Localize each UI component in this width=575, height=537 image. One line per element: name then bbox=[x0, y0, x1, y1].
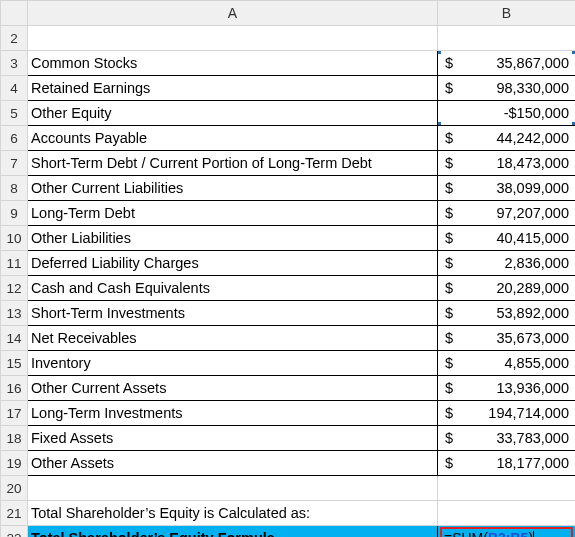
row-header[interactable]: 10 bbox=[1, 226, 28, 251]
cell-A8[interactable]: Other Current Liabilities bbox=[28, 176, 438, 201]
caption-text: Total Shareholder’s Equity is Calculated… bbox=[28, 501, 437, 525]
row-number: 6 bbox=[10, 131, 18, 146]
row-header[interactable]: 19 bbox=[1, 451, 28, 476]
row-number: 5 bbox=[10, 106, 18, 121]
cell-A2[interactable] bbox=[28, 26, 438, 51]
currency-symbol: $ bbox=[444, 330, 453, 346]
currency-symbol: $ bbox=[444, 280, 453, 296]
cell-A16[interactable]: Other Current Assets bbox=[28, 376, 438, 401]
cell-A22[interactable]: Total Shareholder’s Equity Formula bbox=[28, 526, 438, 538]
cell-B13[interactable]: $53,892,000 bbox=[438, 301, 576, 326]
currency-symbol: $ bbox=[444, 455, 453, 471]
text-cursor bbox=[533, 531, 534, 538]
cell-A14[interactable]: Net Receivables bbox=[28, 326, 438, 351]
cell-B6[interactable]: $44,242,000 bbox=[438, 126, 576, 151]
column-header-A[interactable]: A bbox=[28, 1, 438, 26]
spreadsheet-grid[interactable]: A B 23Common Stocks$35,867,0004Retained … bbox=[0, 0, 575, 537]
row-header[interactable]: 13 bbox=[1, 301, 28, 326]
row-header[interactable]: 14 bbox=[1, 326, 28, 351]
table-row: 16Other Current Assets$13,936,000 bbox=[1, 376, 576, 401]
table-row: 21Total Shareholder’s Equity is Calculat… bbox=[1, 501, 576, 526]
column-header-row: A B bbox=[1, 1, 576, 26]
cell-A20[interactable] bbox=[28, 476, 438, 501]
cell-B5[interactable]: -$150,000 bbox=[438, 101, 576, 126]
row-header[interactable]: 8 bbox=[1, 176, 28, 201]
row-header[interactable]: 5 bbox=[1, 101, 28, 126]
cell-B7[interactable]: $18,473,000 bbox=[438, 151, 576, 176]
value: 40,415,000 bbox=[496, 230, 569, 246]
table-row: 13Short-Term Investments$53,892,000 bbox=[1, 301, 576, 326]
row-number: 13 bbox=[6, 306, 21, 321]
row-header[interactable]: 20 bbox=[1, 476, 28, 501]
currency-symbol: $ bbox=[444, 205, 453, 221]
cell-A21[interactable]: Total Shareholder’s Equity is Calculated… bbox=[28, 501, 438, 526]
cell-value: $18,177,000 bbox=[438, 451, 575, 475]
row-header[interactable]: 9 bbox=[1, 201, 28, 226]
row-header[interactable]: 18 bbox=[1, 426, 28, 451]
cell-B19[interactable]: $18,177,000 bbox=[438, 451, 576, 476]
cell-A7[interactable]: Short-Term Debt / Current Portion of Lon… bbox=[28, 151, 438, 176]
cell-B20[interactable] bbox=[438, 476, 576, 501]
row-header[interactable]: 7 bbox=[1, 151, 28, 176]
cell-B11[interactable]: $2,836,000 bbox=[438, 251, 576, 276]
table-row: 2 bbox=[1, 26, 576, 51]
row-number: 11 bbox=[6, 256, 21, 271]
cell-B22[interactable]: =SUM(B3:B5) bbox=[438, 526, 576, 538]
value: 4,855,000 bbox=[504, 355, 569, 371]
cell-A15[interactable]: Inventory bbox=[28, 351, 438, 376]
row-header[interactable]: 12 bbox=[1, 276, 28, 301]
cell-B8[interactable]: $38,099,000 bbox=[438, 176, 576, 201]
cell-B10[interactable]: $40,415,000 bbox=[438, 226, 576, 251]
cell-B18[interactable]: $33,783,000 bbox=[438, 426, 576, 451]
cell-A9[interactable]: Long-Term Debt bbox=[28, 201, 438, 226]
row-header[interactable]: 22 bbox=[1, 526, 28, 538]
row-header[interactable]: 15 bbox=[1, 351, 28, 376]
row-number: 4 bbox=[10, 81, 18, 96]
cell-B2[interactable] bbox=[438, 26, 576, 51]
cell-A10[interactable]: Other Liabilities bbox=[28, 226, 438, 251]
value: 18,473,000 bbox=[496, 155, 569, 171]
currency-symbol: $ bbox=[444, 405, 453, 421]
cell-B21[interactable] bbox=[438, 501, 576, 526]
cell-A3[interactable]: Common Stocks bbox=[28, 51, 438, 76]
row-number: 7 bbox=[10, 156, 18, 171]
cell-A4[interactable]: Retained Earnings bbox=[28, 76, 438, 101]
row-header[interactable]: 4 bbox=[1, 76, 28, 101]
row-header[interactable]: 16 bbox=[1, 376, 28, 401]
cell-B14[interactable]: $35,673,000 bbox=[438, 326, 576, 351]
cell-A12[interactable]: Cash and Cash Equivalents bbox=[28, 276, 438, 301]
row-header[interactable]: 21 bbox=[1, 501, 28, 526]
cell-A5[interactable]: Other Equity bbox=[28, 101, 438, 126]
cell-B3[interactable]: $35,867,000 bbox=[438, 51, 576, 76]
cell-A19[interactable]: Other Assets bbox=[28, 451, 438, 476]
row-number: 3 bbox=[10, 56, 18, 71]
cell-A18[interactable]: Fixed Assets bbox=[28, 426, 438, 451]
row-header[interactable]: 11 bbox=[1, 251, 28, 276]
cell-B15[interactable]: $4,855,000 bbox=[438, 351, 576, 376]
cell-A17[interactable]: Long-Term Investments bbox=[28, 401, 438, 426]
row-header[interactable]: 6 bbox=[1, 126, 28, 151]
cell-A6[interactable]: Accounts Payable bbox=[28, 126, 438, 151]
currency-symbol: $ bbox=[444, 355, 453, 371]
formula-prefix: =SUM( bbox=[444, 530, 488, 537]
table-row: 8Other Current Liabilities$38,099,000 bbox=[1, 176, 576, 201]
currency-symbol: $ bbox=[444, 430, 453, 446]
selection-handle bbox=[438, 51, 442, 55]
cell-A13[interactable]: Short-Term Investments bbox=[28, 301, 438, 326]
cell-A11[interactable]: Deferred Liability Charges bbox=[28, 251, 438, 276]
value: 97,207,000 bbox=[496, 205, 569, 221]
cell-B17[interactable]: $194,714,000 bbox=[438, 401, 576, 426]
cell-B16[interactable]: $13,936,000 bbox=[438, 376, 576, 401]
cell-B12[interactable]: $20,289,000 bbox=[438, 276, 576, 301]
select-all-corner[interactable] bbox=[1, 1, 28, 26]
row-number: 8 bbox=[10, 181, 18, 196]
cell-value: $4,855,000 bbox=[438, 351, 575, 375]
row-header[interactable]: 2 bbox=[1, 26, 28, 51]
cell-B9[interactable]: $97,207,000 bbox=[438, 201, 576, 226]
cell-B4[interactable]: $98,330,000 bbox=[438, 76, 576, 101]
cell-label: Accounts Payable bbox=[28, 126, 437, 150]
row-header[interactable]: 3 bbox=[1, 51, 28, 76]
cell-value: $53,892,000 bbox=[438, 301, 575, 325]
row-header[interactable]: 17 bbox=[1, 401, 28, 426]
column-header-B[interactable]: B bbox=[438, 1, 576, 26]
